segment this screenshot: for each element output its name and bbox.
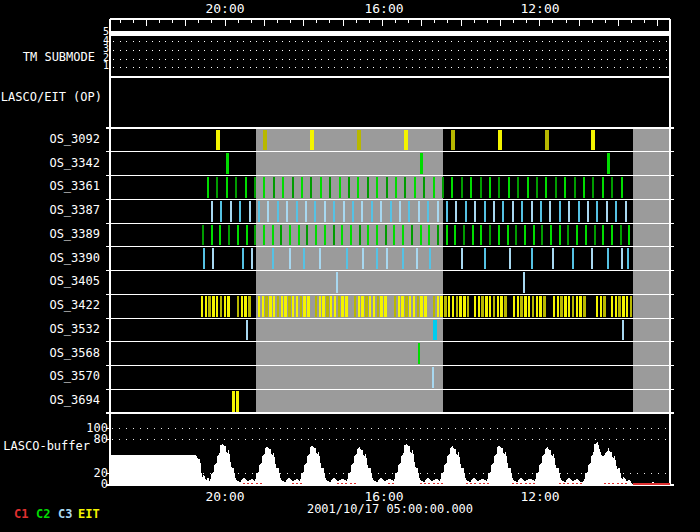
event-mark-OS_3387 xyxy=(305,201,307,222)
red-dash xyxy=(612,483,614,485)
red-dash xyxy=(337,483,339,485)
event-mark-OS_3389 xyxy=(567,225,569,246)
minor-tick xyxy=(277,19,278,23)
top-time-label-12: 12:00 xyxy=(505,2,575,16)
event-mark-OS_3361 xyxy=(310,177,312,198)
event-mark-OS_3422 xyxy=(224,296,227,317)
minor-tick xyxy=(605,19,606,23)
event-mark-OS_3390 xyxy=(621,248,623,269)
event-mark-OS_3342 xyxy=(420,153,423,174)
event-mark-OS_3422 xyxy=(315,296,318,317)
row-label-os-3422: OS_3422 xyxy=(0,299,100,312)
event-mark-OS_3422 xyxy=(497,296,500,317)
event-mark-OS_3422 xyxy=(603,296,606,317)
hour-tick xyxy=(539,19,540,26)
event-mark-OS_3422 xyxy=(205,296,208,317)
event-mark-OS_3092 xyxy=(591,130,595,151)
red-dash xyxy=(428,483,430,485)
event-mark-OS_3422 xyxy=(248,296,251,317)
event-mark-OS_3422 xyxy=(244,296,247,317)
red-dash xyxy=(576,483,578,485)
legend-c2: C2 xyxy=(36,508,50,521)
event-mark-OS_3361 xyxy=(470,177,472,198)
hour-tick xyxy=(225,19,226,26)
red-dash xyxy=(563,483,565,485)
event-mark-OS_3361 xyxy=(245,177,247,198)
event-mark-OS_3361 xyxy=(583,177,585,198)
event-mark-OS_3390 xyxy=(251,248,253,269)
event-mark-OS_3422 xyxy=(326,296,329,317)
event-mark-OS_3422 xyxy=(433,296,436,317)
red-dash xyxy=(483,483,485,485)
row-label-os-3342: OS_3342 xyxy=(0,157,100,170)
event-mark-OS_3389 xyxy=(228,225,230,246)
red-dash xyxy=(345,483,347,485)
event-mark-OS_3422 xyxy=(341,296,344,317)
event-mark-OS_3389 xyxy=(324,225,326,246)
event-mark-OS_3532 xyxy=(433,320,437,341)
red-dash xyxy=(533,483,535,485)
event-mark-OS_3390 xyxy=(376,248,378,269)
event-mark-OS_3092 xyxy=(404,130,408,151)
event-mark-OS_3390 xyxy=(272,248,274,269)
event-mark-OS_3387 xyxy=(437,201,439,222)
event-mark-OS_3387 xyxy=(615,201,617,222)
red-dash xyxy=(567,483,569,485)
event-mark-OS_3390 xyxy=(212,248,214,269)
event-mark-OS_3361 xyxy=(498,177,500,198)
event-mark-OS_3361 xyxy=(555,177,557,198)
event-mark-OS_3422 xyxy=(579,296,582,317)
event-mark-OS_3422 xyxy=(338,296,341,317)
event-mark-OS_3422 xyxy=(448,296,451,317)
event-mark-OS_3405 xyxy=(523,272,525,293)
event-mark-OS_3361 xyxy=(611,177,613,198)
event-mark-OS_3387 xyxy=(296,201,298,222)
event-mark-OS_3422 xyxy=(284,296,287,317)
event-mark-OS_3422 xyxy=(444,296,447,317)
minor-tick xyxy=(644,19,645,23)
event-mark-OS_3422 xyxy=(262,296,265,317)
event-mark-OS_3389 xyxy=(280,225,282,246)
event-mark-OS_3422 xyxy=(303,296,306,317)
event-mark-OS_3389 xyxy=(585,225,587,246)
row-divider xyxy=(106,223,674,224)
event-mark-OS_3422 xyxy=(504,296,507,317)
event-mark-OS_3361 xyxy=(216,177,218,198)
event-mark-OS_3390 xyxy=(627,248,629,269)
event-mark-OS_3389 xyxy=(611,225,613,246)
event-mark-OS_3361 xyxy=(621,177,623,198)
event-mark-OS_3422 xyxy=(269,296,272,317)
event-mark-OS_3389 xyxy=(359,225,361,246)
minor-tick xyxy=(513,19,514,23)
event-mark-OS_3422 xyxy=(201,296,204,317)
event-mark-OS_3390 xyxy=(386,248,388,269)
event-mark-OS_3389 xyxy=(463,225,465,246)
event-mark-OS_3570 xyxy=(432,367,434,388)
red-dash xyxy=(621,483,623,485)
minor-tick xyxy=(238,19,239,23)
hour-tick xyxy=(382,19,383,26)
event-mark-OS_3361 xyxy=(273,177,275,198)
hour-tick xyxy=(264,19,265,26)
minor-tick xyxy=(329,19,330,23)
event-mark-OS_3387 xyxy=(211,201,213,222)
event-mark-OS_3361 xyxy=(348,177,350,198)
red-dash xyxy=(243,483,245,485)
event-mark-OS_3422 xyxy=(440,296,443,317)
red-dash xyxy=(520,483,522,485)
row-label-os-3092: OS_3092 xyxy=(0,133,100,146)
event-mark-OS_3422 xyxy=(583,296,586,317)
event-mark-OS_3422 xyxy=(401,296,404,317)
event-mark-OS_3422 xyxy=(459,296,462,317)
event-mark-OS_3422 xyxy=(474,296,477,317)
minor-tick xyxy=(434,19,435,23)
event-mark-OS_3389 xyxy=(628,225,630,246)
red-dash xyxy=(474,483,476,485)
event-mark-OS_3390 xyxy=(607,248,609,269)
event-mark-OS_3422 xyxy=(622,296,625,317)
event-mark-OS_3422 xyxy=(273,296,276,317)
row-divider xyxy=(106,365,674,366)
row-divider xyxy=(106,341,674,342)
event-mark-OS_3389 xyxy=(246,225,248,246)
event-mark-OS_3361 xyxy=(451,177,453,198)
